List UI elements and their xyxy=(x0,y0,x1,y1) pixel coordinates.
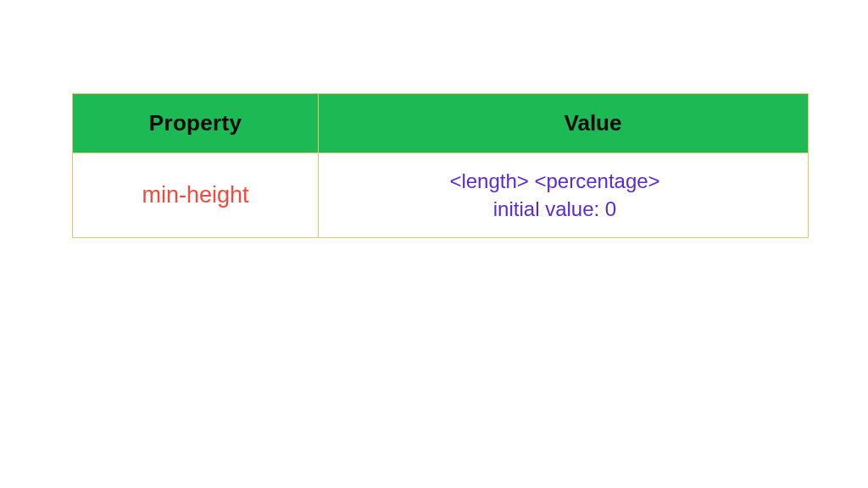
value-line-2: initial value: 0 xyxy=(327,196,782,223)
table-row: min-height <length> <percentage> initial… xyxy=(73,153,809,238)
table-header-row: Property Value xyxy=(73,94,809,153)
value-cell: <length> <percentage> initial value: 0 xyxy=(319,153,809,238)
header-property: Property xyxy=(73,94,319,153)
property-cell: min-height xyxy=(73,153,319,238)
header-value: Value xyxy=(319,94,809,153)
value-line-1: <length> <percentage> xyxy=(327,168,782,195)
css-property-table: Property Value min-height <length> <perc… xyxy=(72,93,809,238)
